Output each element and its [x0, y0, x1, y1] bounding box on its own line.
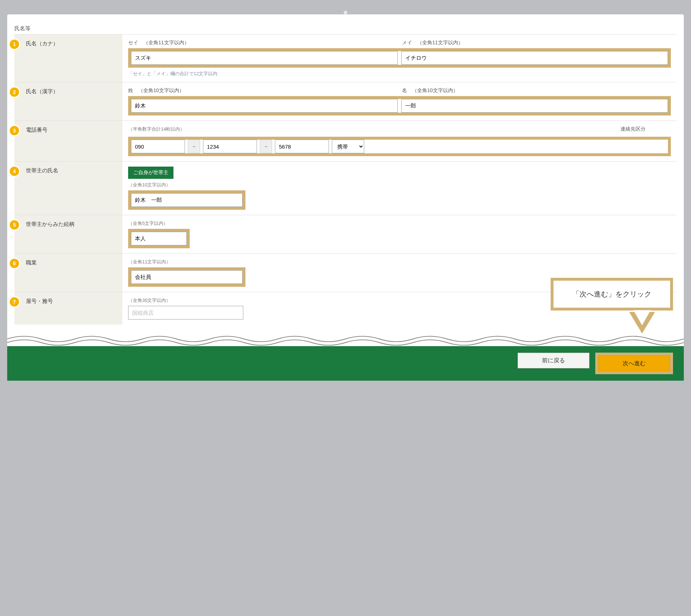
phone-dash-1: − — [188, 140, 200, 153]
input-relation[interactable] — [131, 232, 187, 245]
callout-tail-inner-icon — [633, 310, 651, 325]
label-name-kanji: 氏名（漢字） — [26, 88, 58, 94]
back-button[interactable]: 前に戻る — [518, 353, 590, 368]
row-household-head: 4 世帯主の氏名 ご自身が世帯主 （全角10文字以内） — [14, 162, 677, 215]
input-household-head[interactable] — [131, 193, 243, 207]
page-truncation-indicator — [7, 332, 684, 346]
input-sei-kanji[interactable] — [131, 99, 398, 113]
section-title: 氏名等 — [14, 25, 677, 34]
form-window: 氏名等 1 氏名（カナ） セイ （全角11文字以内） メイ （全角11文字以内） — [7, 14, 684, 381]
input-mei-kana[interactable] — [401, 51, 668, 65]
input-phone-1[interactable] — [131, 140, 185, 153]
browser-window: 氏名等 1 氏名（カナ） セイ （全角11文字以内） メイ （全角11文字以内） — [7, 7, 684, 381]
highlight-occupation — [128, 267, 245, 287]
hint-relation: （全角5文字以内） — [128, 220, 671, 227]
step-badge-1: 1 — [10, 40, 19, 49]
label-household-head: 世帯主の氏名 — [26, 167, 58, 173]
label-occupation: 職業 — [26, 259, 37, 266]
highlight-relation — [128, 229, 190, 248]
step-badge-7: 7 — [10, 297, 19, 307]
highlight-kana — [128, 48, 671, 68]
input-occupation[interactable] — [131, 270, 243, 284]
sublabel-mei-kanji: 名 （全角10文字以内） — [402, 87, 671, 94]
hint-phone: （半角数字合計14桁以内） — [128, 126, 185, 132]
highlight-head — [128, 190, 245, 210]
input-sei-kana[interactable] — [131, 51, 398, 65]
row-name-kanji: 2 氏名（漢字） 姓 （全角10文字以内） 名 （全角10文字以内） — [14, 82, 677, 121]
phone-dash-2: − — [260, 140, 272, 153]
input-phone-3[interactable] — [275, 140, 329, 153]
sublabel-sei-kanji: 姓 （全角10文字以内） — [128, 87, 397, 94]
select-contact-type[interactable]: 携帯 — [332, 140, 364, 153]
input-trade-name[interactable] — [128, 306, 243, 320]
step-badge-2: 2 — [10, 87, 19, 97]
self-head-button[interactable]: ご自身が世帯主 — [128, 167, 173, 179]
hint-head: （全角10文字以内） — [128, 182, 671, 188]
label-trade-name: 屋号・雅号 — [26, 298, 53, 304]
label-name-kana: 氏名（カナ） — [26, 40, 58, 46]
instruction-callout: 「次へ進む」をクリック — [551, 278, 673, 311]
footer-bar: 「次へ進む」をクリック 前に戻る 次へ進む — [7, 346, 684, 381]
input-mei-kanji[interactable] — [401, 99, 668, 113]
hint-occupation: （全角11文字以内） — [128, 259, 671, 265]
step-badge-3: 3 — [10, 126, 19, 135]
input-phone-2[interactable] — [203, 140, 257, 153]
label-relation: 世帯主からみた続柄 — [26, 221, 74, 227]
highlight-next: 次へ進む — [595, 353, 673, 374]
note-kana: 「セイ」と「メイ」欄の合計で12文字以内 — [128, 71, 671, 77]
label-phone: 電話番号 — [26, 127, 48, 133]
row-name-kana: 1 氏名（カナ） セイ （全角11文字以内） メイ （全角11文字以内） 「 — [14, 35, 677, 82]
sublabel-mei-kana: メイ （全角11文字以内） — [402, 40, 671, 46]
row-relation: 5 世帯主からみた続柄 （全角5文字以内） — [14, 215, 677, 254]
step-badge-4: 4 — [10, 167, 19, 176]
step-badge-6: 6 — [10, 259, 19, 268]
step-badge-5: 5 — [10, 220, 19, 230]
browser-camera-dot — [344, 11, 347, 14]
highlight-kanji — [128, 96, 671, 116]
sublabel-sei-kana: セイ （全角11文字以内） — [128, 40, 397, 46]
label-contact-type: 連絡先区分 — [620, 126, 671, 135]
next-button[interactable]: 次へ進む — [598, 355, 670, 371]
row-phone: 3 電話番号 （半角数字合計14桁以内） 連絡先区分 − − — [14, 121, 677, 162]
highlight-phone: − − 携帯 — [128, 137, 671, 156]
